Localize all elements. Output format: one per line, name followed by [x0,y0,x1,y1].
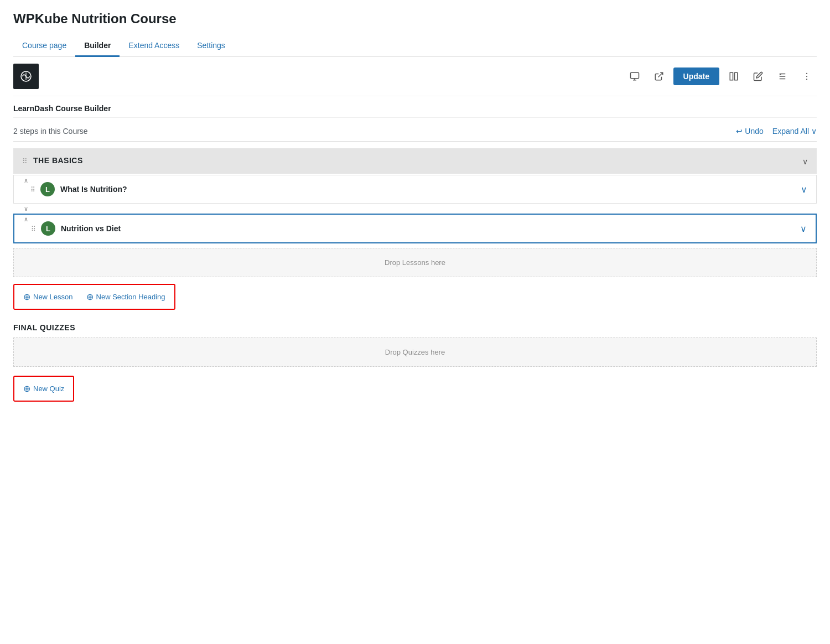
divider [13,141,817,142]
toolbar-right: Update [625,67,817,85]
tab-settings[interactable]: Settings [188,35,234,57]
svg-rect-6 [730,72,733,80]
drop-quizzes-zone: Drop Quizzes here [13,337,817,367]
tab-extend-access[interactable]: Extend Access [120,35,188,57]
tab-builder[interactable]: Builder [75,35,120,57]
strikethrough-button[interactable] [772,67,792,85]
desktop-view-button[interactable] [625,67,645,85]
add-quiz-row: ⊕ New Quiz [13,376,74,402]
lesson-1-drag-handle[interactable]: ⠿ [30,186,35,194]
edit-button[interactable] [748,67,768,85]
lesson-row-2: ⠿ L Nutrition vs Diet ∨ [13,214,817,243]
lesson-2-drag-handle[interactable]: ⠿ [31,225,36,233]
lesson-2-expand-button[interactable]: ∨ [800,224,807,234]
toolbar-left [13,64,39,89]
svg-line-5 [658,72,662,77]
lesson-1-icon: L [40,182,55,196]
external-link-button[interactable] [649,67,669,85]
svg-rect-7 [735,72,738,80]
builder-header: LearnDash Course Builder [13,96,817,118]
course-meta-bar: 2 steps in this Course ↩ Undo Expand All… [13,118,817,141]
section-collapse-icon[interactable]: ∨ [802,157,808,166]
drop-lessons-zone: Drop Lessons here [13,248,817,277]
section-the-basics: ⠿ THE BASICS ∨ ∧ ⠿ L What Is Nutrition? [13,148,817,312]
section-drag-handle[interactable]: ⠿ [22,157,28,165]
tab-course-page[interactable]: Course page [13,35,75,57]
editor-toolbar: Update [13,57,817,96]
lesson-1-title: What Is Nutrition? [60,185,795,194]
add-quiz-plus-icon: ⊕ [23,383,30,394]
wp-logo [13,64,39,89]
update-button[interactable]: Update [673,67,719,85]
section-header: ⠿ THE BASICS ∨ [13,148,817,174]
add-lesson-button[interactable]: ⊕ New Lesson [23,292,73,302]
lesson-2-title: Nutrition vs Diet [61,224,795,233]
steps-count: 2 steps in this Course [13,127,88,136]
lesson-2-icon: L [41,221,55,236]
final-quizzes-title: FINAL QUIZZES [13,323,817,332]
add-section-plus-icon: ⊕ [86,292,94,302]
lesson-2-wrapper: ∧ ⠿ L Nutrition vs Diet ∨ [13,214,817,243]
lesson-2-move-up[interactable]: ∧ [22,216,30,223]
page-title: WPKube Nutrition Course [13,11,817,27]
lesson-1-move-down[interactable]: ∨ [22,205,30,212]
columns-view-button[interactable] [724,67,744,85]
svg-point-14 [806,79,807,80]
meta-actions: ↩ Undo Expand All ∨ [736,127,817,136]
section-title: THE BASICS [33,156,797,165]
add-lesson-plus-icon: ⊕ [23,292,30,302]
lesson-1-move-up[interactable]: ∧ [22,177,30,184]
svg-point-12 [806,73,807,74]
chevron-down-icon: ∨ [811,127,817,136]
lessons-container: ∧ ⠿ L What Is Nutrition? ∨ ∨ [13,175,817,243]
svg-point-13 [806,76,807,77]
expand-all-button[interactable]: Expand All ∨ [772,127,817,136]
svg-rect-2 [630,72,639,79]
lesson-row-1: ⠿ L What Is Nutrition? ∨ [13,175,817,204]
add-quiz-button[interactable]: ⊕ New Quiz [23,383,64,394]
undo-button[interactable]: ↩ Undo [736,127,763,136]
lesson-1-wrapper: ∧ ⠿ L What Is Nutrition? ∨ ∨ [13,175,817,212]
more-options-button[interactable] [797,67,817,85]
lesson-1-expand-button[interactable]: ∨ [801,184,807,195]
final-quizzes-section: FINAL QUIZZES Drop Quizzes here ⊕ New Qu… [13,323,817,402]
add-lesson-actions-row: ⊕ New Lesson ⊕ New Section Heading [13,284,175,310]
undo-icon: ↩ [736,127,743,136]
add-section-heading-button[interactable]: ⊕ New Section Heading [86,292,165,302]
tabs-bar: Course page Builder Extend Access Settin… [13,35,817,57]
